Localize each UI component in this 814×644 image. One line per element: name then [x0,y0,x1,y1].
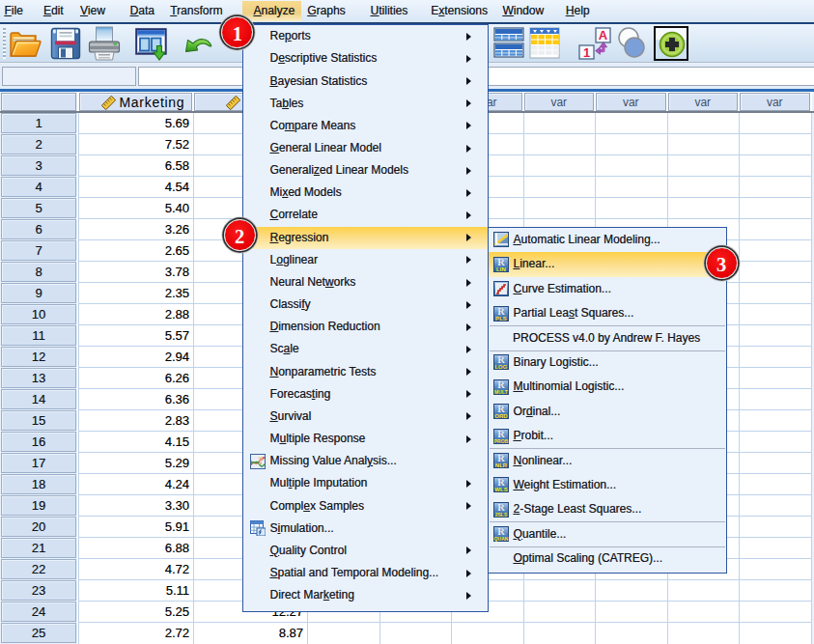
svg-text:1: 1 [583,45,590,60]
svg-text:PLS: PLS [495,314,507,321]
svg-text:WLS: WLS [494,486,508,492]
svg-text:2SLS: 2SLS [494,511,507,517]
svg-text:QUAN: QUAN [493,536,508,542]
svg-text:LOG: LOG [494,363,507,370]
svg-text:PROB: PROB [493,437,508,443]
svg-text:?: ? [257,454,263,467]
svg-text:NLR: NLR [494,462,507,468]
svg-text:A: A [599,28,608,42]
svg-text:LIN: LIN [496,265,506,271]
svg-text:MULT: MULT [494,388,509,394]
svg-text:ORD: ORD [494,412,508,419]
